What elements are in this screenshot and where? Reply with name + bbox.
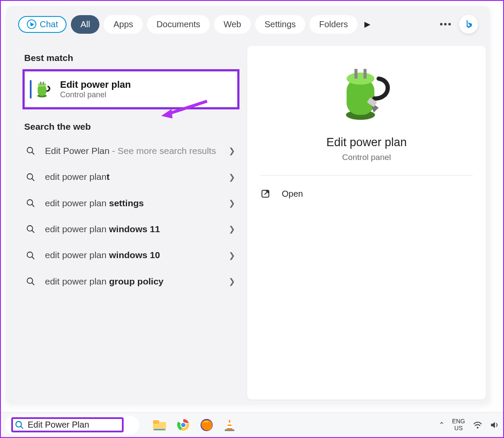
chevron-right-icon: ❯ [229, 173, 235, 182]
chevron-right-icon: ❯ [229, 198, 235, 208]
web-result-text: edit power plant [45, 171, 220, 183]
web-result-item[interactable]: edit power plan windows 10 ❯ [22, 242, 239, 268]
best-match-subtitle: Control panel [60, 90, 131, 99]
web-results-list: Edit Power Plan - See more search result… [22, 138, 239, 294]
chat-tab-label: Chat [40, 19, 58, 29]
chevron-right-icon: ❯ [229, 251, 235, 260]
svg-rect-38 [227, 426, 232, 428]
tab-apps[interactable]: Apps [104, 15, 143, 34]
search-web-heading: Search the web [24, 121, 239, 132]
tab-documents[interactable]: Documents [147, 15, 210, 34]
preview-subtitle: Control panel [260, 153, 473, 176]
chrome-icon[interactable] [176, 418, 190, 432]
open-icon [260, 189, 271, 199]
web-result-item[interactable]: Edit Power Plan - See more search result… [22, 138, 239, 164]
svg-point-3 [38, 83, 46, 86]
best-match-title: Edit power plan [60, 79, 131, 90]
bing-button[interactable] [459, 15, 478, 34]
windows-search-panel: Chat All Apps Documents Web Settings Fol… [6, 6, 490, 404]
svg-line-17 [32, 283, 35, 285]
preview-title: Edit power plan [260, 136, 473, 149]
language-indicator[interactable]: ENG US [452, 418, 465, 432]
power-plan-large-icon [334, 63, 399, 128]
bing-icon [27, 19, 36, 29]
web-result-item[interactable]: edit power plan settings ❯ [22, 190, 239, 216]
volume-icon[interactable] [490, 421, 499, 429]
svg-line-25 [167, 101, 207, 114]
search-tabs-row: Chat All Apps Documents Web Settings Fol… [6, 6, 490, 38]
open-label: Open [282, 189, 303, 199]
taskbar-search[interactable] [5, 416, 139, 435]
tab-folders[interactable]: Folders [309, 15, 357, 34]
web-result-text: edit power plan windows 10 [45, 249, 220, 261]
search-icon [25, 146, 36, 156]
firefox-icon[interactable] [200, 418, 214, 432]
svg-point-6 [27, 147, 33, 153]
web-result-text: Edit Power Plan - See more search result… [45, 145, 220, 157]
vlc-icon[interactable] [223, 418, 236, 432]
svg-line-11 [32, 205, 35, 207]
svg-rect-21 [354, 69, 357, 78]
search-icon [25, 251, 36, 260]
svg-line-15 [32, 256, 35, 259]
chevron-right-icon: ❯ [229, 277, 235, 286]
taskbar: ⌃ ENG US [1, 412, 503, 437]
svg-marker-26 [161, 109, 172, 118]
taskbar-search-input[interactable] [28, 420, 114, 430]
chevron-right-icon: ❯ [229, 146, 235, 156]
annotation-arrow-icon [159, 97, 211, 123]
svg-line-7 [32, 152, 35, 155]
svg-point-12 [27, 226, 33, 231]
more-options-icon[interactable]: ••• [437, 19, 455, 30]
annotation-search-highlight [11, 417, 124, 432]
web-result-item[interactable]: edit power plan group policy ❯ [22, 269, 239, 294]
svg-rect-22 [364, 69, 367, 78]
search-icon [15, 420, 24, 430]
svg-line-28 [21, 426, 23, 428]
power-plan-icon [33, 80, 52, 99]
taskbar-pinned-apps [152, 418, 236, 432]
tray-chevron-up-icon[interactable]: ⌃ [439, 421, 444, 429]
svg-point-8 [27, 173, 33, 179]
selection-indicator [30, 80, 32, 99]
search-icon [25, 173, 36, 182]
svg-rect-39 [225, 429, 234, 431]
svg-point-27 [16, 421, 22, 427]
svg-rect-37 [228, 422, 231, 425]
result-preview-pane: Edit power plan Control panel Open [247, 46, 486, 400]
svg-rect-31 [154, 429, 165, 430]
tab-web[interactable]: Web [214, 15, 251, 34]
bing-logo-icon [463, 19, 474, 30]
search-icon [25, 277, 36, 286]
svg-point-14 [27, 252, 33, 257]
svg-line-13 [32, 230, 35, 233]
search-icon [25, 198, 36, 208]
wifi-icon[interactable] [473, 421, 482, 429]
search-icon [25, 224, 36, 234]
file-explorer-icon[interactable] [152, 419, 167, 432]
web-result-item[interactable]: edit power plant ❯ [22, 164, 239, 190]
open-action[interactable]: Open [260, 189, 473, 199]
best-match-heading: Best match [24, 53, 239, 63]
svg-point-40 [477, 427, 478, 428]
web-result-text: edit power plan settings [45, 197, 220, 209]
chat-tab[interactable]: Chat [18, 16, 67, 33]
more-tabs-arrow-icon[interactable]: ▶ [364, 19, 370, 29]
web-result-text: edit power plan group policy [45, 275, 220, 288]
svg-line-9 [32, 178, 35, 181]
web-result-text: edit power plan windows 11 [45, 223, 220, 235]
svg-rect-5 [43, 81, 44, 84]
tab-all[interactable]: All [71, 15, 99, 34]
web-result-item[interactable]: edit power plan windows 11 ❯ [22, 216, 239, 242]
svg-marker-41 [491, 422, 495, 428]
tab-settings[interactable]: Settings [255, 15, 305, 34]
chevron-right-icon: ❯ [229, 224, 235, 234]
svg-point-16 [27, 278, 33, 284]
svg-point-20 [347, 73, 374, 85]
svg-rect-4 [40, 81, 41, 84]
svg-point-10 [27, 200, 33, 205]
svg-rect-30 [153, 420, 159, 424]
